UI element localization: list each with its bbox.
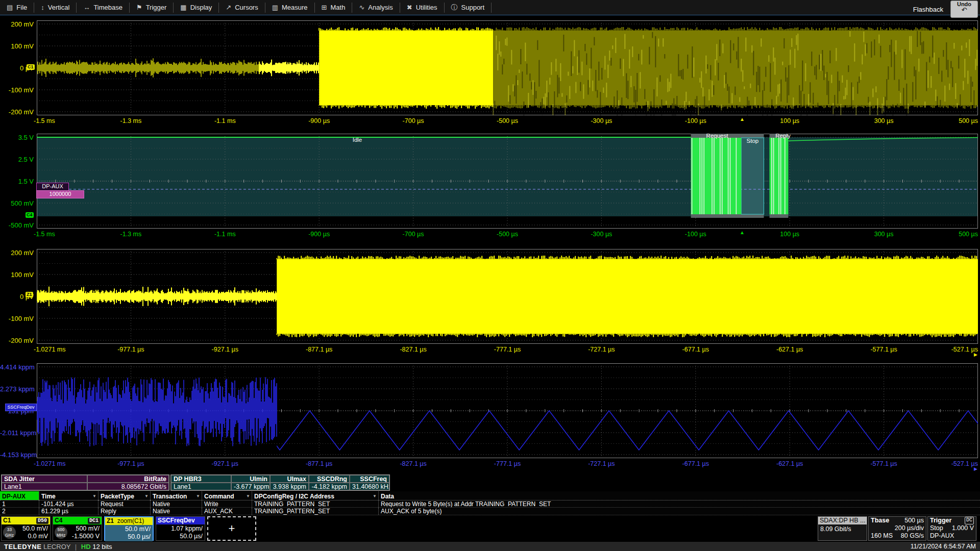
analysis-icon: ∿ [359,4,364,11]
menu-item-timebase[interactable]: ↔Timebase [77,1,129,15]
x-axis-label-c1: -900 µs [308,117,330,124]
bandwidth-badge: 500MHz [55,526,67,539]
trigger-box[interactable]: Trigger DC Stop 1.000 V DP-AUX [927,516,976,541]
y-axis-label-c4: 500 mV [0,199,34,207]
axis-end-arrow-icon: ▶ [974,466,977,471]
trigger-position-marker[interactable]: ▲ [740,230,745,235]
menu-item-label: Cursors [235,4,258,11]
descriptor-box-z1[interactable]: Z1 zoom(C1)50.0 mV/50.0 µs/ [104,516,154,541]
column-dropdown-icon[interactable]: ▼ [373,494,378,498]
y-axis-label-ssc: 4.414 kppm [0,363,34,371]
menu-item-utilities[interactable]: ✖Utilities [400,1,444,15]
menu-bar: ▤File↕Vertical↔Timebase⚑Trigger▦Display↗… [0,0,980,15]
dp-hbr3-table: DP HBR3UIminUImaxSSCDRngSSCFreqLane1-3.6… [170,474,390,491]
sdax-status-box[interactable]: SDAX:DP HB ... 8.09 Gbit/s [818,516,867,541]
column-dropdown-icon[interactable]: ▼ [144,494,150,498]
svg-text:Request: Request [706,134,729,139]
trigger-position-marker[interactable]: ▲ [740,117,745,122]
decode-cell: Native [150,508,202,515]
decode-col-header[interactable]: PacketType▼ [98,491,150,500]
menu-item-label: Analysis [368,4,393,11]
svg-text:Stop: Stop [747,138,759,144]
dp-col-value: -4.182 kppm [309,483,350,490]
column-dropdown-icon[interactable]: ▼ [196,494,202,498]
dp-col-header: SSCFreq [350,475,389,483]
add-trace-button[interactable]: + [207,516,256,541]
decode-col-header[interactable]: Time▼ [39,491,98,500]
menu-item-vertical[interactable]: ↕Vertical [34,1,76,15]
menu-item-trigger[interactable]: ⚑Trigger [130,1,173,15]
decode-cell: Request to Write 5 Byte(s) at Addr TRAIN… [378,500,980,507]
waveform-grid-z1[interactable] [37,249,978,344]
descriptor-box-sscfreqdev[interactable]: SSCFreqDev1.07 kppm/50.0 µs/ [156,516,205,541]
x-axis-label-c1: -1.3 ms [120,117,142,124]
protocol-label-box[interactable]: DP-AUX [36,183,69,191]
datetime-label: 11/21/2024 6:54:57 AM [911,543,976,550]
undo-button[interactable]: Undo ↶ [950,1,978,18]
menu-item-measure[interactable]: ▥Measure [265,1,314,15]
x-axis-label-c4: -1.3 ms [120,231,142,238]
descriptor-box-c1[interactable]: C1D5033GHz50.0 mV/0.0 mV [1,516,51,541]
trigger-level: 1.000 V [952,524,974,532]
descriptor-body: 500MHz500 mV/-1.5000 V [53,524,102,541]
decode-cell: Native [150,500,202,507]
x-axis-label-c1: -100 µs [685,117,706,124]
x-axis-label-c1: -1.1 ms [214,117,236,124]
tbase-samples: 160 MS [871,532,893,540]
menu-item-label: Display [190,4,212,11]
menu-item-cursors[interactable]: ↗Cursors [219,1,264,15]
plus-icon: + [229,522,235,535]
channel-indicator-c1[interactable]: C1 [27,64,35,70]
decode-col-header[interactable]: Command▼ [202,491,252,500]
x-axis-label-ssc: -627.1 µs [776,460,803,467]
decode-header-row: DP-AUXTime▼PacketType▼Transaction▼Comman… [0,491,980,500]
decode-col-header[interactable]: Data [378,491,980,500]
menu-item-support[interactable]: ⓘSupport [445,1,492,15]
x-axis-label-z1: -727.1 µs [588,346,615,353]
cursors-icon: ↗ [226,4,231,11]
display-icon: ▦ [180,4,186,11]
waveform-grid-ssc[interactable] [37,363,978,458]
tbase-per-div: 200 µs/div [869,524,926,532]
waveform-grid-c4[interactable]: IdleRequestStopReply [37,134,978,229]
decode-protocol-title[interactable]: DP-AUX [0,491,39,500]
x-axis-label-ssc: -927.1 µs [212,460,238,467]
x-axis-label-ssc: -577.1 µs [870,460,897,467]
column-dropdown-icon[interactable]: ▼ [246,494,252,498]
channel-indicator-c4[interactable]: C4 [26,212,34,218]
waveform-grid-c1[interactable] [37,20,978,115]
channel-indicator-z1[interactable]: Z1 [26,292,33,297]
descriptor-box-c4[interactable]: C4DC1500MHz500 mV/-1.5000 V [53,516,102,541]
descriptor-badge: D50 [36,518,48,524]
dp-col-header: SSCDRng [309,475,350,483]
decode-col-header[interactable]: Transaction▼ [150,491,202,500]
decode-row-1[interactable]: 1-101.424 µsRequestNativeWriteTRAINING_P… [0,500,980,508]
descriptor-body: 1.07 kppm/50.0 µs/ [156,524,205,541]
axis-end-arrow-icon: ▶ [974,352,977,357]
decode-col-header[interactable]: DPConfigReg / I2C Address▼ [252,491,378,500]
menu-item-file[interactable]: ▤File [0,1,34,15]
descriptor-header: C1D50 [2,517,50,524]
timebase-box[interactable]: Tbase 500 µs 200 µs/div 160 MS 80 GS/s [868,516,926,541]
tbase-rate: 80 GS/s [901,532,924,540]
y-axis-label-z1: -200 mV [0,337,34,344]
sscfreqdev-trace-label[interactable]: SSCFreqDev [5,404,37,411]
menu-item-math[interactable]: ⊞Math [315,1,352,15]
y-axis-label-c4: -500 mV [0,221,34,229]
y-axis-label-c4: 3.5 V [0,134,34,141]
menu-item-analysis[interactable]: ∿Analysis [352,1,399,15]
x-axis-label-z1: -877.1 µs [306,346,332,353]
x-axis-label-ssc: -727.1 µs [588,460,615,467]
bitrate-value: 8.085672 Gbit/s [87,483,169,490]
file-icon: ▤ [7,4,13,11]
y-axis-label-z1: 100 mV [0,271,34,279]
menu-item-display[interactable]: ▦Display [174,1,218,15]
decode-row-2[interactable]: 261.229 µsReplyNativeAUX_ACKTRAINING_PAT… [0,508,980,515]
x-axis-label-c1: -500 µs [497,117,518,124]
utilities-icon: ✖ [407,4,412,11]
x-axis-label-c1: -700 µs [403,117,424,124]
bit-depth-label: 12 bits [92,543,112,550]
column-dropdown-icon[interactable]: ▼ [92,494,98,498]
y-axis-label-ssc: -4.153 kppm [0,451,34,459]
dp-lane-label: Lane1 [171,483,231,490]
